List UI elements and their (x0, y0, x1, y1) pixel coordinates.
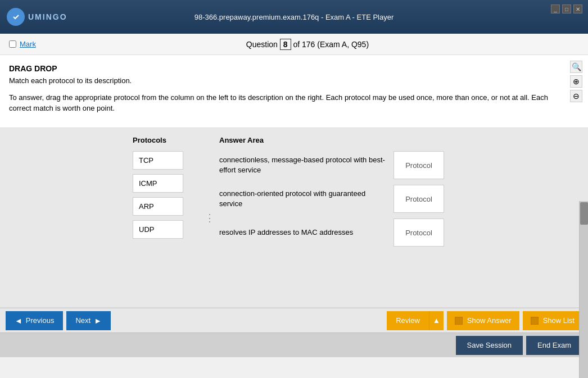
question-of-text: of 176 (Exam A, Q95) (293, 40, 369, 49)
show-answer-button[interactable]: Show Answer (447, 311, 519, 330)
zoom-controls: 🔍 ⊕ ⊖ (570, 61, 582, 102)
window-title: 98-366.prepaway.premium.exam.176q - Exam… (195, 13, 394, 21)
window-controls: _ □ ✕ (551, 4, 582, 13)
bottom-nav: ◄ Previous Next ► Review ▲ Show Answer S… (0, 308, 588, 333)
scrollbar[interactable] (579, 201, 588, 378)
logo-icon (7, 8, 25, 26)
chevron-up-icon: ▲ (433, 316, 440, 325)
question-content: DRAG DROP Match each protocol to its des… (0, 55, 588, 128)
question-subtitle: Match each protocol to its description. (9, 75, 557, 86)
protocols-panel: Protocols TCP ICMP ARP UDP (133, 134, 200, 302)
drag-drop-area: Protocols TCP ICMP ARP UDP ⋮ Answer Area… (0, 128, 588, 308)
show-list-checkbox-icon (531, 317, 539, 325)
svg-point-0 (10, 11, 21, 22)
save-session-button[interactable]: Save Session (456, 336, 523, 355)
previous-arrow-icon: ◄ (15, 316, 22, 325)
mark-container: Mark (9, 40, 36, 48)
question-instructions: To answer, drag the appropriate protocol… (9, 92, 557, 114)
next-button[interactable]: Next ► (66, 311, 111, 330)
answer-row-2: connection-oriented protocol with guaran… (219, 185, 579, 213)
description-3: resolves IP addresses to MAC addresses (219, 227, 388, 238)
protocol-drop-1[interactable]: Protocol (393, 151, 444, 179)
review-button-group: Review ▲ (387, 311, 444, 330)
title-bar: UMINGO 98-366.prepaway.premium.exam.176q… (0, 0, 588, 34)
previous-button[interactable]: ◄ Previous (6, 311, 63, 330)
protocol-arp[interactable]: ARP (133, 197, 183, 216)
answer-area-panel: Answer Area connectionless, message-base… (219, 134, 579, 302)
answer-row-3: resolves IP addresses to MAC addresses P… (219, 218, 579, 247)
protocol-udp[interactable]: UDP (133, 220, 183, 239)
protocol-tcp[interactable]: TCP (133, 151, 183, 170)
left-spacer (9, 134, 133, 302)
zoom-in-button[interactable]: ⊕ (570, 75, 582, 88)
show-answer-checkbox-icon (455, 317, 463, 325)
answer-area-header: Answer Area (219, 134, 579, 147)
mark-label[interactable]: Mark (20, 40, 36, 48)
maximize-button[interactable]: □ (562, 4, 571, 13)
question-number-box: 8 (280, 39, 291, 50)
scrollbar-thumb[interactable] (580, 202, 588, 225)
show-list-button[interactable]: Show List (523, 311, 582, 330)
protocol-icmp[interactable]: ICMP (133, 174, 183, 193)
zoom-out-button[interactable]: ⊖ (570, 90, 582, 102)
question-counter: Question 8 of 176 (Exam A, Q95) (246, 39, 369, 50)
protocol-drop-2[interactable]: Protocol (393, 185, 444, 213)
review-dropdown-button[interactable]: ▲ (429, 311, 444, 330)
logo: UMINGO (7, 8, 67, 26)
minimize-button[interactable]: _ (551, 4, 560, 13)
zoom-search-icon[interactable]: 🔍 (570, 61, 582, 73)
protocols-header: Protocols (133, 134, 200, 147)
description-2: connection-oriented protocol with guaran… (219, 189, 388, 209)
close-button[interactable]: ✕ (573, 4, 582, 13)
logo-text: UMINGO (28, 12, 67, 21)
question-label: Question (246, 40, 278, 49)
next-arrow-icon: ► (94, 316, 102, 325)
description-1: connectionless, message-based protocol w… (219, 155, 388, 175)
protocol-drop-3[interactable]: Protocol (393, 218, 444, 247)
review-button[interactable]: Review (387, 311, 429, 330)
mark-checkbox[interactable] (9, 40, 16, 48)
question-type: DRAG DROP (9, 64, 579, 73)
answer-row-1: connectionless, message-based protocol w… (219, 151, 579, 179)
bottom-action-bar: Save Session End Exam (0, 333, 588, 357)
end-exam-button[interactable]: End Exam (526, 336, 582, 355)
question-header: Mark Question 8 of 176 (Exam A, Q95) (0, 34, 588, 55)
divider: ⋮ (200, 134, 219, 302)
